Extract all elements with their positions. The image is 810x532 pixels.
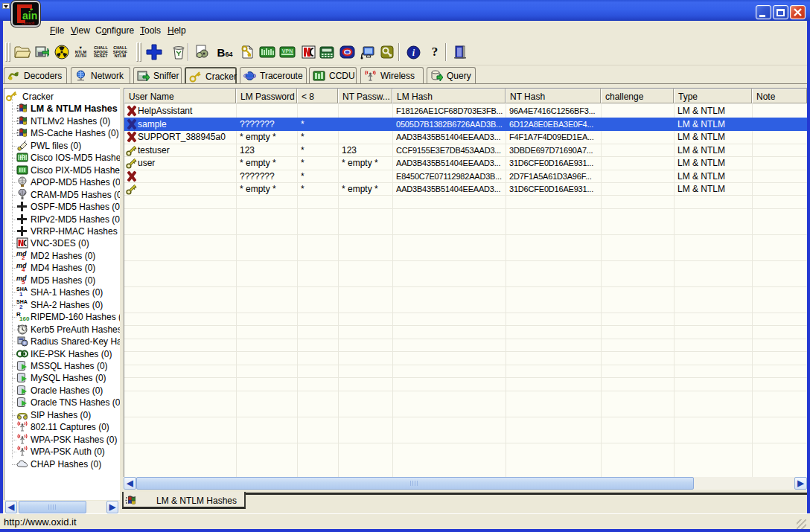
svg-text:cainsoft: cainsoft [22,21,35,25]
svg-text:1.5: 1.5 [20,154,25,158]
svg-text:VPN: VPN [282,48,293,54]
svg-text:ain: ain [22,10,37,22]
